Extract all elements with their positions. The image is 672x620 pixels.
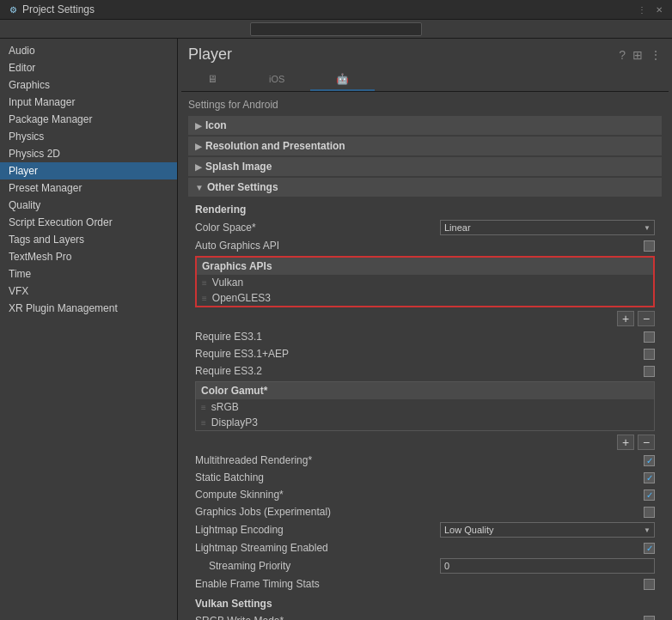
window-title: Project Settings xyxy=(22,3,95,15)
sidebar-item-quality[interactable]: Quality xyxy=(0,197,177,214)
close-button[interactable]: ✕ xyxy=(653,3,665,15)
section-other-settings[interactable]: ▼ Other Settings xyxy=(188,178,662,197)
tab-android[interactable]: 🤖 xyxy=(310,69,375,91)
streaming-priority-row: Streaming Priority xyxy=(188,556,662,575)
sidebar-item-time[interactable]: Time xyxy=(0,265,177,283)
require-es31aep-value xyxy=(644,349,655,360)
search-input[interactable] xyxy=(250,22,422,36)
monitor-icon: 🖥 xyxy=(207,73,217,85)
settings-icon: ⚙ xyxy=(7,3,19,15)
auto-graphics-label: Auto Graphics API xyxy=(195,240,644,252)
static-batching-value xyxy=(644,472,655,483)
opengles3-label: OpenGLES3 xyxy=(212,292,271,304)
lightmap-encoding-label: Lightmap Encoding xyxy=(195,524,440,536)
sidebar-item-package-manager[interactable]: Package Manager xyxy=(0,111,177,128)
lightmap-streaming-value xyxy=(644,543,655,554)
lightmap-encoding-row: Lightmap Encoding Low Quality ▼ xyxy=(188,520,662,539)
more-icon[interactable]: ⋮ xyxy=(650,48,662,62)
vulkan-settings-label: Vulkan Settings xyxy=(188,593,662,612)
color-gamut-displayp3[interactable]: ≡ DisplayP3 xyxy=(196,415,654,430)
platform-tabs: 🖥 iOS 🤖 xyxy=(181,69,669,92)
streaming-priority-value xyxy=(440,558,655,574)
menu-button[interactable]: ⋮ xyxy=(636,3,648,15)
color-space-dropdown-arrow: ▼ xyxy=(644,224,651,232)
tab-monitor[interactable]: 🖥 xyxy=(181,69,243,91)
require-es31aep-checkbox[interactable] xyxy=(644,349,655,360)
layout-icon[interactable]: ⊞ xyxy=(632,48,643,62)
sidebar-item-physics[interactable]: Physics xyxy=(0,128,177,145)
section-icon[interactable]: ▶ Icon xyxy=(188,116,662,135)
lightmap-encoding-dropdown-value: Low Quality xyxy=(444,525,493,535)
require-es32-label: Require ES3.2 xyxy=(195,365,644,377)
streaming-priority-input[interactable] xyxy=(440,558,655,574)
srgb-drag-handle: ≡ xyxy=(201,403,206,412)
sidebar-item-graphics[interactable]: Graphics xyxy=(0,76,177,94)
compute-skinning-checkbox[interactable] xyxy=(644,489,655,501)
auto-graphics-row: Auto Graphics API xyxy=(188,237,662,254)
srgb-write-checkbox[interactable] xyxy=(644,616,655,621)
sidebar-item-script-execution[interactable]: Script Execution Order xyxy=(0,214,177,231)
color-space-dropdown[interactable]: Linear ▼ xyxy=(440,220,655,235)
multithreaded-checkbox[interactable] xyxy=(644,455,655,466)
frame-timing-checkbox[interactable] xyxy=(644,579,655,590)
sidebar-item-xr-plugin[interactable]: XR Plugin Management xyxy=(0,300,177,317)
graphics-jobs-checkbox[interactable] xyxy=(644,507,655,518)
color-gamut-header: Color Gamut* xyxy=(196,382,654,399)
require-es31-checkbox[interactable] xyxy=(644,331,655,343)
sidebar-item-audio[interactable]: Audio xyxy=(0,42,177,59)
lightmap-streaming-checkbox[interactable] xyxy=(644,543,655,554)
section-resolution[interactable]: ▶ Resolution and Presentation xyxy=(188,137,662,155)
require-es32-checkbox[interactable] xyxy=(644,366,655,377)
ios-label: iOS xyxy=(269,74,284,84)
sidebar-item-vfx[interactable]: VFX xyxy=(0,283,177,300)
color-space-value: Linear ▼ xyxy=(440,220,655,235)
sidebar-item-preset-manager[interactable]: Preset Manager xyxy=(0,179,177,197)
main-layout: Audio Editor Graphics Input Manager Pack… xyxy=(0,39,672,620)
frame-timing-value xyxy=(644,579,655,590)
sidebar-item-tags-layers[interactable]: Tags and Layers xyxy=(0,231,177,248)
require-es31-label: Require ES3.1 xyxy=(195,331,644,343)
lightmap-streaming-label: Lightmap Streaming Enabled xyxy=(195,542,644,554)
other-section-label: Other Settings xyxy=(207,181,278,193)
sidebar-item-physics-2d[interactable]: Physics 2D xyxy=(0,145,177,162)
srgb-write-value xyxy=(644,616,655,621)
require-es32-value xyxy=(644,366,655,377)
sidebar-item-input-manager[interactable]: Input Manager xyxy=(0,94,177,111)
srgb-write-row: SRGB Write Mode* xyxy=(188,612,662,620)
require-es31-value xyxy=(644,331,655,343)
color-gamut-remove-button[interactable]: − xyxy=(638,435,655,450)
compute-skinning-label: Compute Skinning* xyxy=(195,489,644,501)
color-gamut-srgb[interactable]: ≡ sRGB xyxy=(196,399,654,415)
compute-skinning-value xyxy=(644,489,655,501)
sidebar-item-textmesh-pro[interactable]: TextMesh Pro xyxy=(0,248,177,265)
static-batching-row: Static Batching xyxy=(188,469,662,486)
section-splash[interactable]: ▶ Splash Image xyxy=(188,157,662,176)
sidebar-item-player[interactable]: Player xyxy=(0,162,177,179)
search-bar xyxy=(0,20,672,39)
help-icon[interactable]: ? xyxy=(619,48,626,62)
rendering-label: Rendering xyxy=(188,198,662,218)
color-gamut-add-button[interactable]: + xyxy=(617,435,634,450)
graphics-apis-add-button[interactable]: + xyxy=(617,311,634,326)
tab-ios[interactable]: iOS xyxy=(243,69,310,91)
graphics-api-vulkan[interactable]: ≡ Vulkan xyxy=(197,275,653,290)
static-batching-label: Static Batching xyxy=(195,471,644,483)
lightmap-encoding-value: Low Quality ▼ xyxy=(440,522,655,538)
graphics-api-opengles3[interactable]: ≡ OpenGLES3 xyxy=(197,290,653,306)
color-space-label: Color Space* xyxy=(195,222,440,234)
auto-graphics-value xyxy=(644,240,655,252)
auto-graphics-checkbox[interactable] xyxy=(644,240,655,252)
multithreaded-value xyxy=(644,455,655,466)
color-gamut-box: Color Gamut* ≡ sRGB ≡ DisplayP3 xyxy=(195,381,655,431)
content-header: Player ? ⊞ ⋮ xyxy=(178,39,672,69)
graphics-apis-remove-button[interactable]: − xyxy=(638,311,655,326)
settings-for-label: Settings for Android xyxy=(188,99,662,111)
require-es31aep-row: Require ES3.1+AEP xyxy=(188,345,662,362)
static-batching-checkbox[interactable] xyxy=(644,472,655,483)
header-icons: ? ⊞ ⋮ xyxy=(619,48,662,62)
lightmap-encoding-dropdown[interactable]: Low Quality ▼ xyxy=(440,522,655,538)
color-gamut-buttons: + − xyxy=(188,433,662,452)
multithreaded-label: Multithreaded Rendering* xyxy=(195,454,644,466)
sidebar-item-editor[interactable]: Editor xyxy=(0,59,177,76)
displayp3-label: DisplayP3 xyxy=(211,416,258,429)
